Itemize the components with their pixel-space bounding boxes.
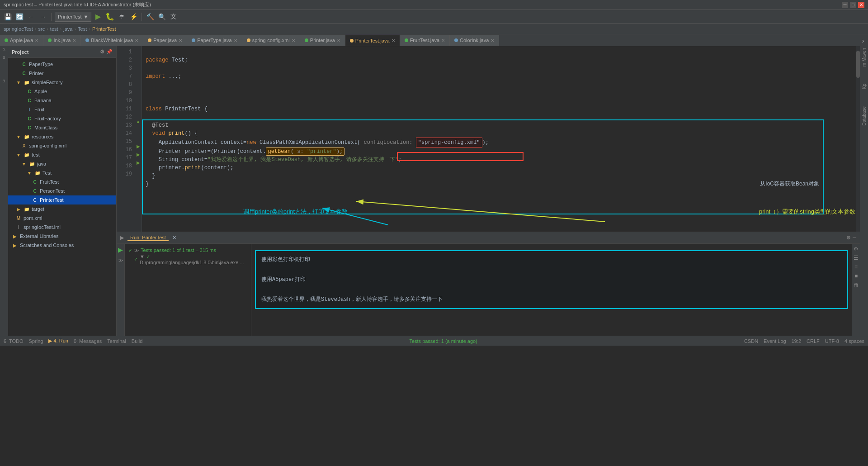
tab-close-icon[interactable]: ✕ xyxy=(234,38,237,43)
spring-status[interactable]: Spring xyxy=(29,338,43,344)
tree-item-fruittest[interactable]: C FruitTest xyxy=(8,177,116,186)
build-button[interactable]: 🔨 xyxy=(145,12,155,22)
tree-item-test-pkg-folder[interactable]: ▼ 📁 Test xyxy=(8,168,116,177)
project-view-icon[interactable]: P xyxy=(2,48,6,51)
todo-status[interactable]: 6: TODO xyxy=(4,338,24,344)
tree-item-fruitfactory[interactable]: C FruitFactory xyxy=(8,114,116,123)
bookmarks-icon[interactable]: B xyxy=(2,79,5,83)
tree-item-printertest[interactable]: C PrinterTest xyxy=(8,195,116,204)
tree-item-persontest[interactable]: C PersonTest xyxy=(8,186,116,195)
tree-item-papertype[interactable]: C PaperType xyxy=(8,60,116,69)
back-button[interactable]: ← xyxy=(26,12,36,22)
tree-item-scratches[interactable]: ▶ Scratches and Consoles xyxy=(8,241,116,250)
kp-icon[interactable]: Kp xyxy=(862,84,867,89)
tree-item-target-folder[interactable]: ▶ 📁 target xyxy=(8,204,116,214)
run-trash-icon[interactable]: 🗑 xyxy=(854,282,859,288)
tab-close-icon[interactable]: ✕ xyxy=(72,38,76,43)
tab-close-icon[interactable]: ✕ xyxy=(35,38,38,43)
run-settings-icon[interactable]: ⚙ xyxy=(854,246,859,252)
tree-item-springconfig[interactable]: X spring-config.xml xyxy=(8,141,116,150)
run-expand-icon[interactable]: ≫ xyxy=(117,256,124,265)
scrollbar-thumb[interactable] xyxy=(856,51,860,78)
encoding-status[interactable]: UTF-8 xyxy=(825,338,839,344)
project-pin-icon[interactable]: 📌 xyxy=(106,49,113,55)
breadcrumb-testpkg[interactable]: Test xyxy=(78,26,87,32)
tree-item-iml[interactable]: I springIocTest.iml xyxy=(8,223,116,232)
messages-status[interactable]: 0: Messages xyxy=(74,338,102,344)
run-list2-icon[interactable]: ≡ xyxy=(854,264,858,270)
search-button[interactable]: 🔍 xyxy=(157,12,167,22)
coverage-button[interactable]: ☂ xyxy=(117,12,127,22)
tab-close-icon[interactable]: ✕ xyxy=(337,38,340,43)
more-tabs-button[interactable]: › xyxy=(858,36,868,46)
tree-item-test-folder[interactable]: ▼ 📁 test xyxy=(8,150,116,159)
run-list-icon[interactable]: ☰ xyxy=(854,255,859,261)
tree-item-external-libs[interactable]: ▶ External Libraries xyxy=(8,232,116,241)
forward-button[interactable]: → xyxy=(38,12,48,22)
tree-item-pom[interactable]: M pom.xml xyxy=(8,214,116,223)
tab-colorink[interactable]: ColorInk.java ✕ xyxy=(450,35,499,46)
tab-printer[interactable]: Printer.java ✕ xyxy=(300,35,345,46)
run-status[interactable]: ▶ 4: Run xyxy=(48,338,68,344)
tab-springconfig[interactable]: spring-config.xml ✕ xyxy=(242,35,300,46)
debug-button[interactable]: 🐛 xyxy=(105,12,115,22)
run-button[interactable]: ▶ xyxy=(93,12,103,22)
breadcrumb-test[interactable]: test xyxy=(50,26,58,32)
indent-status[interactable]: 4 spaces xyxy=(844,338,864,344)
minimize-button[interactable]: ─ xyxy=(842,2,848,8)
tree-label: resources xyxy=(32,134,53,139)
tab-paper[interactable]: Paper.java ✕ xyxy=(143,35,187,46)
maven-icon[interactable]: m Maven xyxy=(862,48,867,67)
terminal-status[interactable]: Terminal xyxy=(107,338,126,344)
tab-ink[interactable]: Ink.java ✕ xyxy=(43,35,81,46)
build-status[interactable]: Build xyxy=(132,338,142,344)
tree-item-fruit[interactable]: I Fruit xyxy=(8,105,116,114)
tab-close-icon[interactable]: ✕ xyxy=(441,38,445,43)
tree-item-java-folder[interactable]: ▼ 📁 java xyxy=(8,159,116,168)
tab-close-icon[interactable]: ✕ xyxy=(135,38,138,43)
run-tab-close[interactable]: ✕ xyxy=(172,235,176,241)
tab-close-icon[interactable]: ✕ xyxy=(491,38,494,43)
profile-button[interactable]: ⚡ xyxy=(128,12,138,22)
settings-icon[interactable]: ⚙ xyxy=(846,235,851,241)
run-tree-cmd[interactable]: ✓ ▼ ✓ D:\programinglanguage\jdk1.8.0\bin… xyxy=(127,255,249,264)
tree-item-mainclass[interactable]: C MainClass xyxy=(8,123,116,132)
vertical-scrollbar[interactable] xyxy=(856,46,860,232)
translate-button[interactable]: 文 xyxy=(169,12,179,22)
breadcrumb-src[interactable]: src xyxy=(38,26,45,32)
tab-close-icon[interactable]: ✕ xyxy=(392,38,395,43)
structure-icon[interactable]: S xyxy=(2,55,5,60)
project-gear-icon[interactable]: ⚙ xyxy=(100,49,104,55)
code-editor[interactable]: 1 2 3 7 8 9 10 11 12 13 14 15 16 17 xyxy=(117,46,860,232)
tree-item-simplefactory-folder[interactable]: ▼ 📁 simpleFactory xyxy=(8,78,116,87)
tab-close-icon[interactable]: ✕ xyxy=(179,38,182,43)
run-stop-icon[interactable]: ■ xyxy=(854,273,858,279)
tab-papertype[interactable]: PaperType.java ✕ xyxy=(187,35,242,46)
event-log-status[interactable]: Event Log xyxy=(764,338,786,344)
close-button[interactable]: ✕ xyxy=(858,2,864,8)
crlf-status[interactable]: CRLF xyxy=(807,338,820,344)
breadcrumb-printertest[interactable]: PrinterTest xyxy=(92,26,116,32)
tab-apple[interactable]: Apple.java ✕ xyxy=(0,35,43,46)
sync-button[interactable]: 🔄 xyxy=(14,12,24,22)
output-line-5: 我热爱着这个世界，我是SteveDash，新人博客选手，请多多关注支持一下 xyxy=(261,295,842,304)
tab-fruittest[interactable]: FruitTest.java ✕ xyxy=(400,35,450,46)
run-config-dropdown[interactable]: PrinterTest ▼ xyxy=(55,12,91,22)
database-icon[interactable]: Database xyxy=(862,106,867,126)
tab-close-icon[interactable]: ✕ xyxy=(292,38,295,43)
tab-bwink[interactable]: BlackWhiteInk.java ✕ xyxy=(81,35,143,46)
run-tab[interactable]: Run: PrinterTest xyxy=(127,235,169,241)
breadcrumb-java[interactable]: java xyxy=(63,26,72,32)
tab-printertest[interactable]: PrinterTest.java ✕ xyxy=(345,35,400,46)
tree-item-apple[interactable]: C Apple xyxy=(8,87,116,96)
tree-item-banana[interactable]: C Banana xyxy=(8,96,116,105)
run-play-icon[interactable]: ▶ xyxy=(117,244,124,256)
tree-item-printer[interactable]: C Printer xyxy=(8,69,116,78)
tree-item-resources-folder[interactable]: ▼ 📁 resources xyxy=(8,132,116,141)
breadcrumb-project[interactable]: springIocTest xyxy=(4,26,33,32)
save-all-button[interactable]: 💾 xyxy=(3,12,13,22)
code-content[interactable]: package Test; import ...; class PrinterT… xyxy=(142,46,860,232)
class-icon: C xyxy=(26,115,33,122)
minimize-icon[interactable]: ─ xyxy=(853,235,856,241)
maximize-button[interactable]: □ xyxy=(850,2,856,8)
